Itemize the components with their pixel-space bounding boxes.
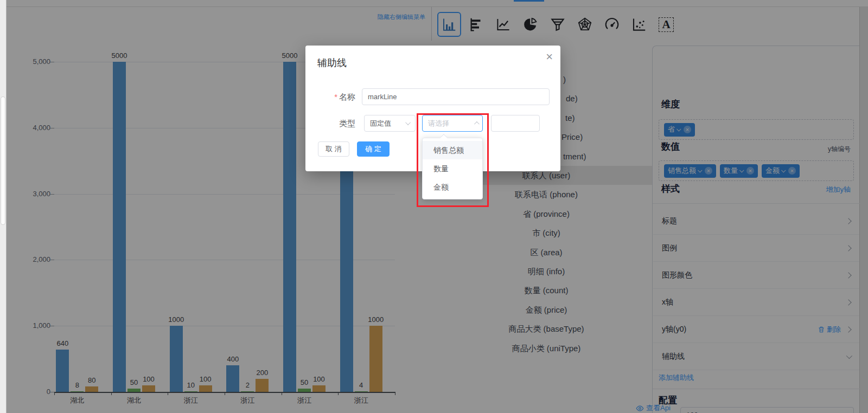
name-input[interactable]	[362, 88, 550, 105]
type-select[interactable]: 固定值	[364, 115, 416, 132]
annotation-highlight-box	[417, 113, 489, 207]
browser-scrollbar[interactable]	[0, 0, 7, 413]
dialog-title: 辅助线	[317, 56, 347, 69]
confirm-button[interactable]: 确 定	[357, 141, 390, 157]
chevron-down-icon	[405, 120, 411, 125]
scrollbar-thumb[interactable]	[1, 96, 5, 225]
close-icon[interactable]: ×	[546, 51, 553, 63]
app-root: 5,0004,0003,0002,0001,0000湖北640880湖北5000…	[0, 0, 868, 413]
value-input[interactable]	[491, 115, 540, 132]
name-label: *名称	[305, 92, 355, 102]
type-label: 类型	[305, 119, 355, 129]
cancel-button[interactable]: 取 消	[318, 141, 349, 157]
required-star: *	[334, 92, 337, 101]
type-select-value: 固定值	[370, 119, 391, 128]
